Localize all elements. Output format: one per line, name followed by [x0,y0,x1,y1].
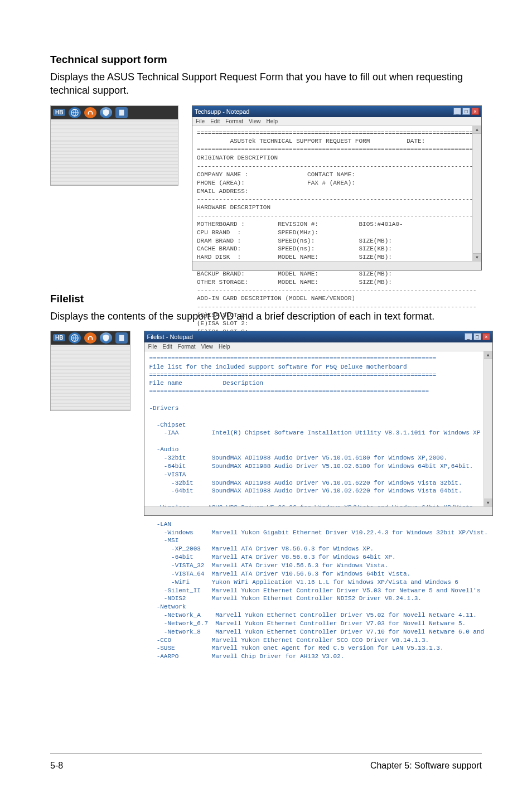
scrollbar-vertical[interactable]: ▲▼ [472,126,481,261]
page-number: 5-8 [50,761,63,771]
menu-file[interactable]: File [148,344,157,350]
close-button[interactable]: × [471,108,479,115]
menu-format[interactable]: Format [178,344,196,350]
section1-body: Displays the ASUS Technical Support Requ… [50,70,482,98]
globe-icon [69,107,81,118]
notepad-title-text: Techsupp - Notepad [195,108,249,115]
notepad-techsupp: Techsupp - Notepad _ □ × File Edit Forma… [192,105,482,270]
shield-icon [100,332,112,344]
close-button[interactable]: × [482,333,490,340]
thumbnail-body [51,345,130,410]
book-icon [115,332,128,344]
hb-label: HB [53,109,65,116]
footer-divider [50,753,482,754]
menu-view[interactable]: View [249,118,261,124]
globe-icon [69,332,81,344]
notepad-menu: File Edit Format View Help [192,117,481,126]
scrollbar-horizontal[interactable] [192,261,481,270]
minimize-button[interactable]: _ [465,333,472,340]
shield-icon [100,107,112,118]
maximize-button[interactable]: □ [473,333,481,340]
thumbnail-header: HB [51,331,130,345]
menu-view[interactable]: View [201,344,213,350]
thumbnail-2: HB [50,331,130,411]
notepad-filelist: Filelist - Notepad _ □ × File Edit Forma… [144,331,492,516]
menu-edit[interactable]: Edit [210,118,220,124]
notepad-titlebar: Filelist - Notepad _ □ × [144,331,492,342]
headset-icon [84,107,96,118]
notepad-titlebar: Techsupp - Notepad _ □ × [192,106,481,117]
menu-file[interactable]: File [196,118,205,124]
menu-edit[interactable]: Edit [163,344,172,350]
maximize-button[interactable]: □ [462,108,470,115]
menu-format[interactable]: Format [225,118,243,124]
chapter-label: Chapter 5: Software support [370,761,482,771]
menu-help[interactable]: Help [267,118,278,124]
thumbnail-1: HB [50,105,178,186]
menu-help[interactable]: Help [219,344,230,350]
headset-icon [84,332,96,344]
book-icon [115,107,128,118]
hb-label: HB [53,334,65,341]
minimize-button[interactable]: _ [453,108,461,115]
thumbnail-header: HB [51,106,178,119]
section1-title: Technical support form [50,54,482,66]
thumbnail-body [51,119,178,185]
notepad-title-text: Filelist - Notepad [147,334,193,340]
scrollbar-vertical[interactable]: ▲▼ [483,351,492,506]
notepad-menu: File Edit Format View Help [144,342,492,351]
scrollbar-horizontal[interactable] [144,506,492,515]
